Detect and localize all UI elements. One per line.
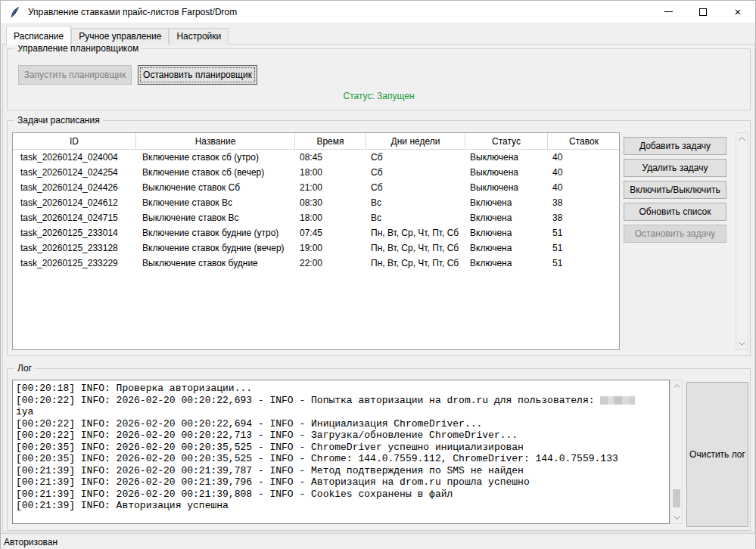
log-line: iya bbox=[16, 406, 669, 418]
table-row[interactable]: task_20260124_024254Включение ставок сб … bbox=[13, 165, 619, 180]
table-cell: 40 bbox=[548, 180, 620, 195]
log-line: [00:20:22] INFO: 2026-02-20 00:20:22,693… bbox=[16, 395, 669, 407]
status-bar: Авторизован bbox=[1, 533, 755, 549]
table-cell: task_20260124_024254 bbox=[13, 165, 136, 180]
table-cell: 18:00 bbox=[295, 165, 366, 180]
column-header-id[interactable]: ID bbox=[13, 133, 136, 150]
table-cell: Выключена bbox=[465, 180, 548, 195]
scroll-up-icon[interactable] bbox=[671, 380, 682, 392]
tab-bar: Расписание Ручное управление Настройки bbox=[6, 24, 229, 45]
log-line: [00:20:35] INFO: 2026-02-20 00:20:35,525… bbox=[16, 442, 669, 454]
table-cell: 40 bbox=[548, 165, 620, 180]
start-scheduler-button[interactable]: Запустить планировщик bbox=[18, 65, 132, 85]
table-row[interactable]: task_20260124_024426Выключение ставок Сб… bbox=[13, 180, 619, 195]
window-title: Управление ставками прайс-листов Farpost… bbox=[28, 7, 237, 17]
table-cell: Включена bbox=[465, 256, 548, 271]
column-header-rates[interactable]: Ставок bbox=[548, 133, 620, 150]
tasks-scrollbar[interactable] bbox=[736, 132, 748, 350]
add-task-button[interactable]: Добавить задачу bbox=[624, 137, 726, 155]
tasks-group-legend: Задачи расписания bbox=[14, 115, 103, 126]
maximize-button[interactable] bbox=[686, 1, 720, 23]
log-line: [00:21:39] INFO: 2026-02-20 00:21:39,808… bbox=[16, 489, 669, 501]
stop-task-button[interactable]: Остановить задачу bbox=[624, 225, 726, 243]
tab-schedule[interactable]: Расписание bbox=[6, 26, 71, 45]
close-icon: × bbox=[735, 6, 742, 17]
table-cell: 38 bbox=[548, 195, 620, 210]
title-bar[interactable]: Управление ставками прайс-листов Farpost… bbox=[1, 1, 755, 23]
table-cell: 19:00 bbox=[295, 240, 366, 256]
table-cell: Включена bbox=[465, 240, 548, 256]
clear-log-button[interactable]: Очистить лог bbox=[686, 382, 748, 527]
table-cell: Включение ставок будние (вечер) bbox=[136, 240, 295, 256]
maximize-icon bbox=[699, 8, 707, 16]
scroll-down-icon[interactable] bbox=[671, 512, 682, 523]
refresh-list-button[interactable]: Обновить список bbox=[624, 203, 726, 221]
minimize-button[interactable] bbox=[651, 1, 686, 23]
scroll-down-icon[interactable] bbox=[736, 338, 748, 349]
log-textarea[interactable]: [00:20:18] INFO: Проверка авторизации...… bbox=[12, 380, 670, 524]
close-button[interactable]: × bbox=[720, 1, 755, 23]
table-cell: Включена bbox=[465, 195, 548, 210]
table-cell: Вс bbox=[366, 210, 465, 225]
auth-status-text: Авторизован bbox=[1, 537, 58, 547]
table-cell: Выключена bbox=[465, 165, 548, 180]
task-table-header: ID Название Время Дни недели Статус Став… bbox=[13, 133, 619, 150]
toggle-task-button[interactable]: Включить/Выключить bbox=[624, 181, 726, 199]
table-cell: Выключение ставок Вс bbox=[136, 210, 295, 225]
column-header-time[interactable]: Время bbox=[295, 133, 366, 150]
table-row[interactable]: task_20260125_233014Включение ставок буд… bbox=[13, 225, 619, 240]
scrollbar-thumb[interactable] bbox=[673, 489, 680, 507]
table-cell: 08:45 bbox=[295, 150, 366, 165]
table-cell: task_20260125_233229 bbox=[13, 256, 136, 271]
log-scrollbar[interactable] bbox=[670, 380, 683, 524]
tab-settings[interactable]: Настройки bbox=[169, 28, 229, 45]
table-cell: task_20260125_233014 bbox=[13, 225, 136, 240]
table-cell: Включение ставок сб (вечер) bbox=[136, 165, 295, 180]
table-cell: Вс bbox=[366, 195, 465, 210]
table-cell: task_20260124_024715 bbox=[13, 210, 136, 225]
table-cell: Включение ставок Вс bbox=[136, 195, 295, 210]
log-line: [00:21:39] INFO: Авторизация успешна bbox=[16, 500, 669, 512]
delete-task-button[interactable]: Удалить задачу bbox=[624, 159, 726, 177]
table-row[interactable]: task_20260124_024715Выключение ставок Вс… bbox=[13, 210, 619, 225]
stop-scheduler-button[interactable]: Остановить планировщик bbox=[138, 65, 257, 85]
tasks-group: Задачи расписания ID Название Время Дни … bbox=[7, 120, 751, 356]
table-cell: task_20260124_024004 bbox=[13, 150, 136, 165]
table-cell: Сб bbox=[366, 150, 465, 165]
table-cell: Сб bbox=[366, 165, 465, 180]
table-cell: 38 bbox=[548, 210, 620, 225]
table-cell: Пн, Вт, Ср, Чт, Пт, Сб bbox=[366, 225, 465, 240]
redacted-username bbox=[600, 396, 635, 405]
table-cell: Пн, Вт, Ср, Чт, Пт, Сб bbox=[366, 256, 465, 271]
log-group: Лог [00:20:18] INFO: Проверка авторизаци… bbox=[7, 368, 751, 531]
table-row[interactable]: task_20260125_233229Выключение ставок бу… bbox=[13, 256, 619, 271]
table-cell: task_20260124_024612 bbox=[13, 195, 136, 210]
table-cell: task_20260125_233128 bbox=[13, 240, 136, 256]
tab-manual-control[interactable]: Ручное управление bbox=[71, 28, 169, 45]
table-row[interactable]: task_20260125_233128Включение ставок буд… bbox=[13, 240, 619, 256]
table-cell: 07:45 bbox=[295, 225, 366, 240]
table-cell: Выключена bbox=[465, 150, 548, 165]
table-cell: 40 bbox=[548, 150, 620, 165]
column-header-status[interactable]: Статус bbox=[465, 133, 548, 150]
table-cell: 51 bbox=[548, 256, 620, 271]
task-table[interactable]: ID Название Время Дни недели Статус Став… bbox=[12, 132, 620, 350]
table-cell: Выключение ставок Сб bbox=[136, 180, 295, 195]
table-cell: Включена bbox=[465, 210, 548, 225]
table-cell: 51 bbox=[548, 225, 620, 240]
table-cell: Включение ставок сб (утро) bbox=[136, 150, 295, 165]
table-row[interactable]: task_20260124_024612Включение ставок Вс0… bbox=[13, 195, 619, 210]
table-row[interactable]: task_20260124_024004Включение ставок сб … bbox=[13, 150, 619, 165]
table-cell: Сб bbox=[366, 180, 465, 195]
table-cell: task_20260124_024426 bbox=[13, 180, 136, 195]
log-line: [00:20:22] INFO: 2026-02-20 00:20:22,713… bbox=[16, 430, 669, 442]
table-cell: 18:00 bbox=[295, 210, 366, 225]
table-cell: 08:30 bbox=[295, 195, 366, 210]
column-header-weekdays[interactable]: Дни недели bbox=[366, 133, 465, 150]
task-table-body: task_20260124_024004Включение ставок сб … bbox=[13, 150, 619, 271]
column-header-name[interactable]: Название bbox=[136, 133, 295, 150]
log-group-legend: Лог bbox=[14, 363, 35, 374]
python-feather-icon bbox=[9, 6, 21, 18]
table-cell: Включена bbox=[465, 225, 548, 240]
scroll-up-icon[interactable] bbox=[736, 133, 748, 144]
